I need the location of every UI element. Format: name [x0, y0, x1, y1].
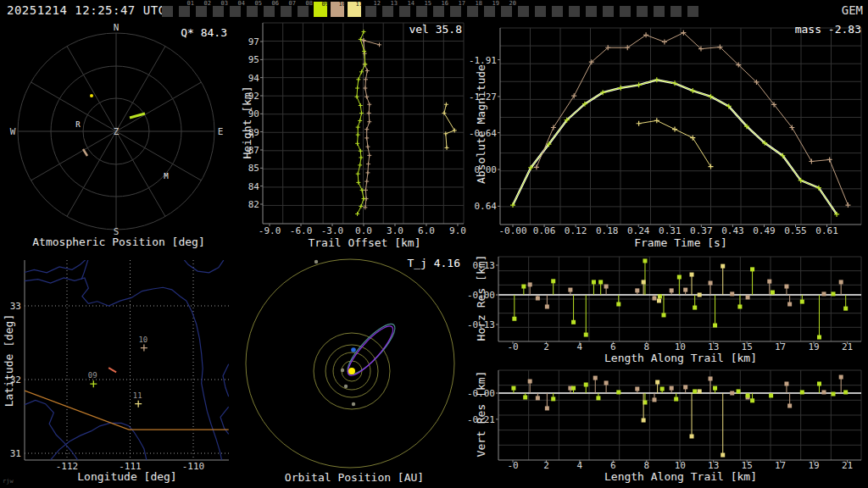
svg-text:0.31: 0.31	[659, 225, 682, 236]
frame-number: 10	[339, 2, 346, 8]
frame-box-fill	[365, 6, 376, 17]
svg-text:-0: -0	[507, 341, 518, 352]
frame-box-02[interactable]: 02	[195, 0, 212, 19]
frame-box-17[interactable]: 17	[449, 0, 466, 19]
frame-number: 20	[509, 1, 516, 7]
svg-text:0.24: 0.24	[627, 225, 650, 236]
top-bar: 20251214 12:25:47 UTC 010203040506070809…	[0, 0, 868, 20]
svg-text:2: 2	[543, 460, 549, 471]
frame-box-blank[interactable]	[619, 0, 636, 19]
frame-number: 12	[374, 1, 381, 7]
svg-text:0.61: 0.61	[815, 225, 838, 236]
shower-code-badge: GEM	[842, 3, 863, 17]
frame-number: 08	[306, 1, 313, 7]
frame-box-19[interactable]: 19	[483, 0, 500, 19]
frame-box-03[interactable]: 03	[212, 0, 229, 19]
tisserand-label: T_j 4.16	[363, 258, 460, 269]
svg-text:-0.00: -0.00	[498, 225, 526, 236]
svg-text:4: 4	[577, 341, 583, 352]
svg-text:11: 11	[133, 391, 142, 400]
frame-number: 17	[459, 1, 465, 7]
svg-text:6.0: 6.0	[418, 225, 435, 236]
meteor-analysis-app: -9.0-6.0-3.00.03.06.09.09795949290898785…	[0, 0, 868, 488]
frame-box-blank[interactable]	[517, 0, 534, 19]
frame-box-fill	[569, 6, 580, 17]
frame-box-blank[interactable]	[568, 0, 585, 19]
frame-box-fill	[382, 6, 393, 17]
frame-box-04[interactable]: 04	[229, 0, 246, 19]
frame-number: 14	[408, 1, 415, 7]
panel-atmospheric-plot: NESWZRM	[10, 22, 224, 237]
frame-box-06[interactable]: 06	[263, 0, 280, 19]
frame-box-13[interactable]: 13	[381, 0, 398, 19]
frame-box-10[interactable]: 10	[331, 0, 348, 19]
frame-box-08[interactable]: 08	[297, 0, 314, 19]
frame-box-07[interactable]: 07	[280, 0, 297, 19]
frame-box-fill	[552, 6, 563, 17]
frame-box-fill	[501, 6, 512, 17]
frame-box-blank[interactable]	[551, 0, 568, 19]
frame-box-12[interactable]: 12	[364, 0, 381, 19]
q-value-label: Q* 84.3	[108, 27, 227, 38]
magnitude-ylabel: Absolute Magnitude	[476, 40, 487, 209]
frame-box-fill	[416, 6, 427, 17]
svg-text:R: R	[75, 120, 81, 129]
svg-text:0.06: 0.06	[533, 225, 556, 236]
frame-box-fill	[687, 6, 698, 17]
frame-box-16[interactable]: 16	[432, 0, 449, 19]
svg-text:W: W	[10, 126, 16, 137]
svg-text:E: E	[218, 126, 224, 137]
frame-box-fill	[670, 6, 682, 17]
frame-box-fill	[484, 6, 495, 17]
frame-box-fill	[179, 6, 190, 17]
frame-number: 07	[289, 1, 296, 7]
svg-text:0.37: 0.37	[690, 225, 713, 236]
frame-box-blank[interactable]	[161, 0, 178, 19]
frame-box-fill	[196, 6, 207, 17]
panel-horz-res-plot: -024681013151719210.13-0.00-0.13	[467, 257, 861, 352]
frame-box-blank[interactable]	[534, 0, 551, 19]
frame-number: 01	[187, 1, 194, 7]
frame-box-fill	[433, 6, 444, 17]
frame-box-blank[interactable]	[602, 0, 619, 19]
frame-box-fill	[264, 6, 275, 17]
frame-box-fill	[298, 6, 309, 17]
frame-box-01[interactable]: 01	[178, 0, 195, 19]
frame-box-09[interactable]: 09	[314, 0, 331, 19]
orbit-xlabel: Orbital Position [AU]	[244, 472, 465, 483]
frame-box-fill	[654, 6, 665, 17]
frame-box-18[interactable]: 18	[466, 0, 483, 19]
svg-text:17: 17	[775, 460, 786, 471]
frame-box-05[interactable]: 05	[246, 0, 263, 19]
frame-number: 15	[425, 1, 431, 7]
frame-box-blank[interactable]	[653, 0, 670, 19]
map-ylabel: Latitude [deg]	[3, 276, 14, 446]
svg-text:-6.0: -6.0	[290, 225, 313, 236]
frame-box-blank[interactable]	[585, 0, 602, 19]
frame-box-fill	[399, 6, 410, 17]
frame-box-blank[interactable]	[670, 0, 687, 19]
svg-text:0.12: 0.12	[565, 225, 587, 236]
frame-box-blank[interactable]	[687, 0, 704, 19]
svg-text:09: 09	[88, 371, 97, 380]
frame-number: 13	[391, 1, 398, 7]
trail-xlabel: Trail Offset [km]	[254, 237, 475, 248]
svg-text:31: 31	[10, 448, 21, 459]
svg-text:0.55: 0.55	[784, 225, 807, 236]
frame-box-fill	[586, 6, 597, 17]
frame-number: 05	[255, 1, 262, 7]
svg-text:0.43: 0.43	[721, 225, 744, 236]
trail-ylabel: Height [km]	[242, 38, 253, 208]
frame-box-fill	[450, 6, 461, 17]
svg-text:Z: Z	[114, 126, 120, 137]
frame-box-20[interactable]: 20	[500, 0, 517, 19]
svg-text:0.49: 0.49	[753, 225, 776, 236]
frame-box-14[interactable]: 14	[398, 0, 415, 19]
frame-box-fill	[535, 6, 546, 17]
atmospheric-xlabel: Atmospheric Position [deg]	[0, 236, 237, 247]
panel-trail-plot: -9.0-6.0-3.00.03.06.09.09795949290898785…	[248, 23, 466, 236]
frame-box-blank[interactable]	[636, 0, 653, 19]
svg-text:19: 19	[808, 341, 819, 352]
frame-box-15[interactable]: 15	[415, 0, 432, 19]
frame-box-11[interactable]: 11	[348, 0, 364, 19]
